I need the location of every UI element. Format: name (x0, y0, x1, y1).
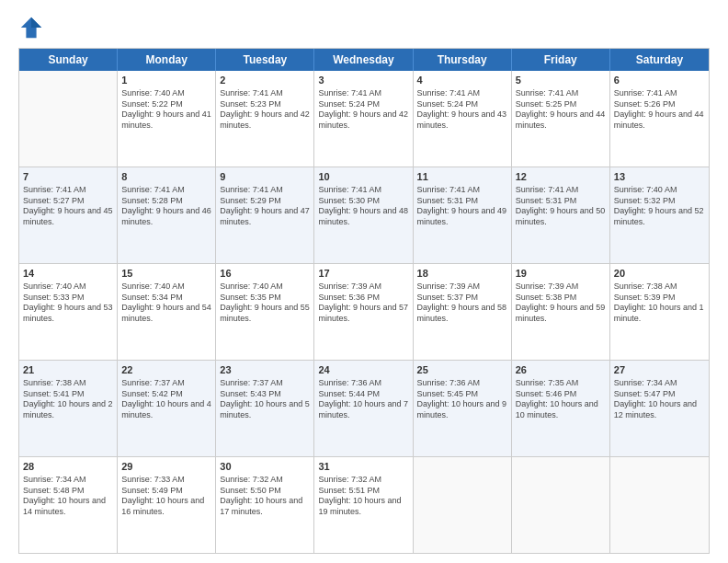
day-cell-9: 9Sunrise: 7:41 AMSunset: 5:29 PMDaylight… (216, 167, 314, 263)
day-number: 6 (614, 74, 705, 87)
header-day-tuesday: Tuesday (216, 49, 314, 71)
cell-info: Sunrise: 7:41 AMSunset: 5:29 PMDaylight:… (220, 185, 310, 228)
day-cell-20: 20Sunrise: 7:38 AMSunset: 5:39 PMDayligh… (610, 264, 709, 360)
cell-info: Sunrise: 7:37 AMSunset: 5:42 PMDaylight:… (121, 378, 211, 421)
header (18, 15, 710, 40)
day-number: 16 (220, 267, 310, 281)
cell-info: Sunrise: 7:38 AMSunset: 5:39 PMDaylight:… (614, 282, 705, 325)
calendar: SundayMondayTuesdayWednesdayThursdayFrid… (18, 48, 710, 554)
day-cell-19: 19Sunrise: 7:39 AMSunset: 5:38 PMDayligh… (512, 264, 610, 360)
cell-info: Sunrise: 7:40 AMSunset: 5:22 PMDaylight:… (121, 88, 211, 132)
empty-cell (610, 457, 709, 553)
day-cell-27: 27Sunrise: 7:34 AMSunset: 5:47 PMDayligh… (610, 361, 709, 456)
day-number: 3 (318, 74, 408, 87)
cell-info: Sunrise: 7:41 AMSunset: 5:24 PMDaylight:… (318, 88, 408, 132)
cell-info: Sunrise: 7:40 AMSunset: 5:33 PMDaylight:… (23, 282, 113, 325)
week-row-2: 7Sunrise: 7:41 AMSunset: 5:27 PMDaylight… (19, 167, 709, 263)
cell-info: Sunrise: 7:41 AMSunset: 5:27 PMDaylight:… (23, 185, 113, 228)
day-number: 30 (220, 460, 310, 474)
day-cell-17: 17Sunrise: 7:39 AMSunset: 5:36 PMDayligh… (314, 264, 413, 360)
day-cell-26: 26Sunrise: 7:35 AMSunset: 5:46 PMDayligh… (512, 361, 610, 456)
week-row-5: 28Sunrise: 7:34 AMSunset: 5:48 PMDayligh… (19, 456, 709, 553)
day-cell-3: 3Sunrise: 7:41 AMSunset: 5:24 PMDaylight… (314, 71, 413, 167)
cell-info: Sunrise: 7:41 AMSunset: 5:30 PMDaylight:… (318, 185, 408, 228)
day-cell-28: 28Sunrise: 7:34 AMSunset: 5:48 PMDayligh… (19, 457, 118, 553)
day-number: 24 (318, 363, 408, 377)
cell-info: Sunrise: 7:33 AMSunset: 5:49 PMDaylight:… (121, 475, 211, 518)
svg-marker-1 (31, 17, 41, 28)
day-cell-12: 12Sunrise: 7:41 AMSunset: 5:31 PMDayligh… (512, 167, 610, 263)
day-number: 21 (23, 363, 113, 377)
cell-info: Sunrise: 7:41 AMSunset: 5:31 PMDaylight:… (417, 185, 507, 228)
cell-info: Sunrise: 7:38 AMSunset: 5:41 PMDaylight:… (23, 378, 113, 421)
day-cell-6: 6Sunrise: 7:41 AMSunset: 5:26 PMDaylight… (610, 71, 709, 167)
cell-info: Sunrise: 7:35 AMSunset: 5:46 PMDaylight:… (516, 378, 606, 421)
logo-icon (18, 15, 44, 40)
day-cell-29: 29Sunrise: 7:33 AMSunset: 5:49 PMDayligh… (118, 457, 216, 553)
logo (18, 15, 48, 40)
day-number: 29 (121, 460, 211, 474)
cell-info: Sunrise: 7:40 AMSunset: 5:32 PMDaylight:… (614, 185, 705, 228)
header-day-friday: Friday (512, 49, 610, 71)
cell-info: Sunrise: 7:41 AMSunset: 5:23 PMDaylight:… (220, 88, 310, 132)
cell-info: Sunrise: 7:41 AMSunset: 5:26 PMDaylight:… (614, 88, 705, 132)
cell-info: Sunrise: 7:41 AMSunset: 5:28 PMDaylight:… (121, 185, 211, 228)
week-row-4: 21Sunrise: 7:38 AMSunset: 5:41 PMDayligh… (19, 360, 709, 456)
day-cell-7: 7Sunrise: 7:41 AMSunset: 5:27 PMDaylight… (19, 167, 118, 263)
day-cell-14: 14Sunrise: 7:40 AMSunset: 5:33 PMDayligh… (19, 264, 118, 360)
day-cell-16: 16Sunrise: 7:40 AMSunset: 5:35 PMDayligh… (216, 264, 314, 360)
header-day-saturday: Saturday (610, 49, 709, 71)
day-number: 13 (614, 170, 705, 184)
day-number: 17 (318, 267, 408, 281)
day-cell-18: 18Sunrise: 7:39 AMSunset: 5:37 PMDayligh… (414, 264, 512, 360)
calendar-body: 1Sunrise: 7:40 AMSunset: 5:22 PMDaylight… (19, 71, 709, 553)
day-cell-24: 24Sunrise: 7:36 AMSunset: 5:44 PMDayligh… (314, 361, 413, 456)
day-cell-23: 23Sunrise: 7:37 AMSunset: 5:43 PMDayligh… (216, 361, 314, 456)
page: SundayMondayTuesdayWednesdayThursdayFrid… (0, 0, 728, 563)
day-cell-11: 11Sunrise: 7:41 AMSunset: 5:31 PMDayligh… (414, 167, 512, 263)
cell-info: Sunrise: 7:37 AMSunset: 5:43 PMDaylight:… (220, 378, 310, 421)
day-cell-4: 4Sunrise: 7:41 AMSunset: 5:24 PMDaylight… (414, 71, 512, 167)
day-number: 4 (417, 74, 507, 87)
cell-info: Sunrise: 7:39 AMSunset: 5:36 PMDaylight:… (318, 282, 408, 325)
cell-info: Sunrise: 7:40 AMSunset: 5:35 PMDaylight:… (220, 282, 310, 325)
day-cell-21: 21Sunrise: 7:38 AMSunset: 5:41 PMDayligh… (19, 361, 118, 456)
day-cell-8: 8Sunrise: 7:41 AMSunset: 5:28 PMDaylight… (118, 167, 216, 263)
cell-info: Sunrise: 7:36 AMSunset: 5:45 PMDaylight:… (417, 378, 507, 421)
day-number: 25 (417, 363, 507, 377)
day-cell-5: 5Sunrise: 7:41 AMSunset: 5:25 PMDaylight… (512, 71, 610, 167)
header-day-wednesday: Wednesday (314, 49, 413, 71)
day-number: 15 (121, 267, 211, 281)
cell-info: Sunrise: 7:41 AMSunset: 5:24 PMDaylight:… (417, 88, 507, 132)
header-day-monday: Monday (118, 49, 216, 71)
day-number: 9 (220, 170, 310, 184)
day-cell-31: 31Sunrise: 7:32 AMSunset: 5:51 PMDayligh… (314, 457, 413, 553)
cell-info: Sunrise: 7:32 AMSunset: 5:50 PMDaylight:… (220, 475, 310, 518)
week-row-1: 1Sunrise: 7:40 AMSunset: 5:22 PMDaylight… (19, 71, 709, 167)
cell-info: Sunrise: 7:36 AMSunset: 5:44 PMDaylight:… (318, 378, 408, 421)
day-number: 22 (121, 363, 211, 377)
day-number: 8 (121, 170, 211, 184)
day-number: 18 (417, 267, 507, 281)
day-number: 2 (220, 74, 310, 87)
day-number: 31 (318, 460, 408, 474)
cell-info: Sunrise: 7:39 AMSunset: 5:37 PMDaylight:… (417, 282, 507, 325)
day-number: 5 (516, 74, 606, 87)
day-number: 23 (220, 363, 310, 377)
cell-info: Sunrise: 7:34 AMSunset: 5:48 PMDaylight:… (23, 475, 113, 518)
day-number: 11 (417, 170, 507, 184)
header-day-thursday: Thursday (414, 49, 512, 71)
day-number: 20 (614, 267, 705, 281)
day-cell-10: 10Sunrise: 7:41 AMSunset: 5:30 PMDayligh… (314, 167, 413, 263)
day-number: 27 (614, 363, 705, 377)
day-number: 10 (318, 170, 408, 184)
day-cell-25: 25Sunrise: 7:36 AMSunset: 5:45 PMDayligh… (414, 361, 512, 456)
day-number: 14 (23, 267, 113, 281)
day-cell-30: 30Sunrise: 7:32 AMSunset: 5:50 PMDayligh… (216, 457, 314, 553)
day-number: 28 (23, 460, 113, 474)
day-number: 7 (23, 170, 113, 184)
empty-cell (414, 457, 512, 553)
day-cell-2: 2Sunrise: 7:41 AMSunset: 5:23 PMDaylight… (216, 71, 314, 167)
day-number: 19 (516, 267, 606, 281)
cell-info: Sunrise: 7:40 AMSunset: 5:34 PMDaylight:… (121, 282, 211, 325)
